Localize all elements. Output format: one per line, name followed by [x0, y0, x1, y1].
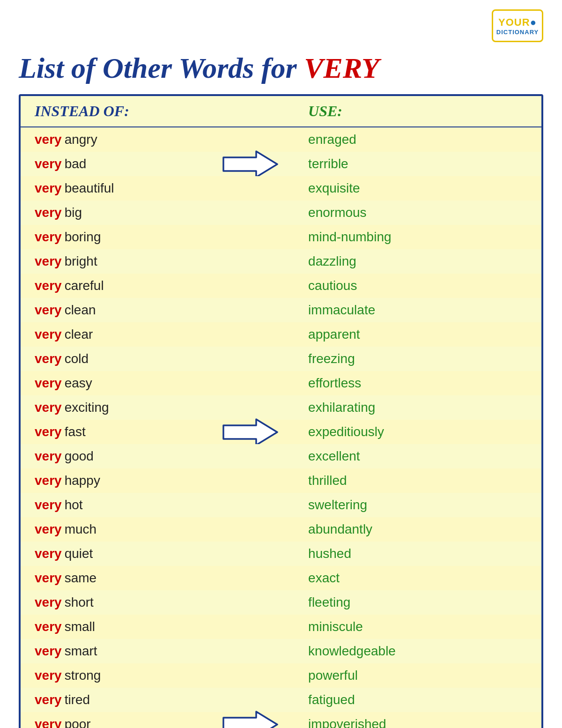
cell-use: cautious: [308, 278, 532, 293]
cell-use: enormous: [308, 205, 532, 220]
rest-word: short: [65, 595, 94, 610]
logo: YOUR● DICTIONARY: [492, 9, 543, 42]
very-label: very: [35, 230, 62, 245]
very-label: very: [35, 644, 62, 659]
arrow-cell: [219, 149, 280, 179]
table-row: very fast expeditiously: [21, 420, 541, 444]
very-label: very: [35, 668, 62, 683]
arrow-cell: [219, 417, 280, 447]
cell-instead: very short: [35, 595, 308, 610]
rest-word: beautiful: [65, 181, 114, 196]
cell-instead: very big: [35, 205, 308, 220]
very-label: very: [35, 132, 62, 147]
cell-use: mind-numbing: [308, 230, 532, 245]
cell-use: effortless: [308, 376, 532, 391]
table-row: very excitingexhilarating: [21, 395, 541, 420]
rest-word: strong: [65, 668, 101, 683]
rest-word: fast: [65, 424, 86, 439]
table-row: very hotsweltering: [21, 493, 541, 517]
cell-instead: very much: [35, 522, 308, 537]
rest-word: small: [65, 619, 95, 634]
cell-instead: very boring: [35, 230, 308, 245]
cell-instead: very clear: [35, 327, 308, 342]
rest-word: boring: [65, 230, 101, 245]
very-label: very: [35, 522, 62, 537]
table-row: very strongpowerful: [21, 663, 541, 688]
table-row: very boringmind-numbing: [21, 225, 541, 249]
table-body: very angryenragedvery bad terriblevery b…: [21, 127, 541, 728]
logo-dictionary-text: DICTIONARY: [496, 29, 539, 36]
cell-use: exhilarating: [308, 400, 532, 415]
rest-word: bad: [65, 156, 87, 171]
word-table: INSTEAD OF: USE: very angryenragedvery b…: [19, 94, 543, 728]
cell-instead: very smart: [35, 644, 308, 659]
logo-your: YOUR●: [498, 16, 537, 29]
rest-word: easy: [65, 376, 92, 391]
table-row: very bad terrible: [21, 152, 541, 176]
arrow-icon: [219, 149, 280, 179]
cell-use: powerful: [308, 668, 532, 683]
table-row: very beautifulexquisite: [21, 176, 541, 201]
cell-instead: very tired: [35, 692, 308, 707]
cell-instead: very strong: [35, 668, 308, 683]
cell-use: terrible: [308, 156, 532, 171]
rest-word: clear: [65, 327, 93, 342]
rest-word: much: [65, 522, 96, 537]
svg-marker-2: [223, 712, 277, 728]
table-row: very cleanimmaculate: [21, 298, 541, 322]
cell-instead: very same: [35, 571, 308, 586]
cell-use: fleeting: [308, 595, 532, 610]
cell-use: hushed: [308, 546, 532, 561]
table-row: very smallminiscule: [21, 615, 541, 639]
very-label: very: [35, 571, 62, 586]
table-row: very easyeffortless: [21, 371, 541, 395]
arrow-icon: [219, 417, 280, 447]
table-row: very poor impoverished: [21, 712, 541, 728]
very-label: very: [35, 717, 62, 728]
very-label: very: [35, 595, 62, 610]
table-row: very shortfleeting: [21, 590, 541, 615]
table-row: very tiredfatigued: [21, 688, 541, 712]
rest-word: clean: [65, 303, 96, 318]
rest-word: angry: [65, 132, 97, 147]
very-label: very: [35, 473, 62, 488]
logo-your-text: YOUR: [498, 16, 530, 28]
cell-use: expeditiously: [308, 424, 532, 439]
cell-use: enraged: [308, 132, 532, 147]
table-row: very smartknowledgeable: [21, 639, 541, 663]
table-row: very quiethushed: [21, 542, 541, 566]
very-label: very: [35, 278, 62, 293]
table-row: very coldfreezing: [21, 347, 541, 371]
cell-instead: very small: [35, 619, 308, 634]
very-label: very: [35, 692, 62, 707]
cell-instead: very hot: [35, 498, 308, 513]
cell-use: miniscule: [308, 619, 532, 634]
title-very: VERY: [304, 52, 379, 84]
rest-word: happy: [65, 473, 100, 488]
table-row: very clearapparent: [21, 322, 541, 347]
cell-instead: very quiet: [35, 546, 308, 561]
very-label: very: [35, 254, 62, 269]
table-row: very bigenormous: [21, 201, 541, 225]
table-row: very sameexact: [21, 566, 541, 590]
very-label: very: [35, 424, 62, 439]
table-header: INSTEAD OF: USE:: [21, 96, 541, 127]
cell-instead: very happy: [35, 473, 308, 488]
cell-instead: very cold: [35, 351, 308, 366]
cell-use: apparent: [308, 327, 532, 342]
very-label: very: [35, 181, 62, 196]
very-label: very: [35, 205, 62, 220]
very-label: very: [35, 303, 62, 318]
rest-word: big: [65, 205, 82, 220]
arrow-icon: [219, 709, 280, 728]
rest-word: exciting: [65, 400, 109, 415]
table-row: very muchabundantly: [21, 517, 541, 542]
cell-use: exquisite: [308, 181, 532, 196]
rest-word: careful: [65, 278, 104, 293]
very-label: very: [35, 498, 62, 513]
rest-word: good: [65, 449, 94, 464]
cell-instead: very angry: [35, 132, 308, 147]
very-label: very: [35, 619, 62, 634]
svg-marker-1: [223, 419, 277, 445]
table-row: very happythrilled: [21, 468, 541, 493]
